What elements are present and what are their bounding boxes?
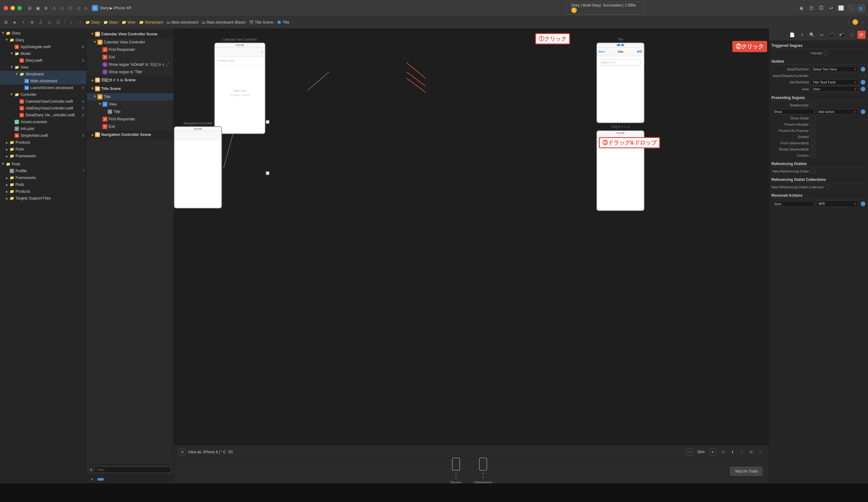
- tree-view-folder[interactable]: ▶ 📁 View: [0, 64, 86, 71]
- minimize-button[interactable]: [11, 6, 15, 10]
- tree-products2[interactable]: ▶ 📁 Products: [0, 188, 86, 195]
- scene-item-calvc[interactable]: ▶ ◉ Calendar View Controller: [87, 39, 174, 46]
- tree-podfile[interactable]: ▶ P Podfile ?: [0, 168, 86, 174]
- zoom-in-button[interactable]: +: [709, 449, 716, 456]
- save-action-disconnect[interactable]: ✕: [854, 202, 857, 206]
- scene-item-responder1[interactable]: ▶ ⚡ First Responder: [87, 46, 174, 53]
- insp-tab-file[interactable]: 📄: [788, 31, 796, 39]
- refresh-icon[interactable]: ↺: [720, 449, 726, 456]
- insp-tab-search[interactable]: 🔍: [808, 31, 816, 39]
- navigator-toggle-icon[interactable]: ☰: [808, 5, 815, 11]
- tree-calendarvc[interactable]: ▶ S CalendarViewController.swift A: [0, 98, 86, 105]
- grid-icon[interactable]: ⊞: [747, 449, 754, 456]
- view-as-button[interactable]: View as: iPhone 8 (⌃C ↑R): [188, 450, 233, 454]
- arrow-targets: ▶: [5, 196, 9, 200]
- back-icon[interactable]: ◁: [75, 5, 81, 11]
- tree-frameworks1[interactable]: ▶ 📁 Frameworks: [0, 153, 86, 159]
- hexagon-icon[interactable]: ⬡: [55, 19, 61, 26]
- tree-group-diary[interactable]: ▶ 📁 Diary: [0, 30, 86, 36]
- git-icon[interactable]: ◈: [11, 19, 18, 26]
- scene-item-segue1[interactable]: ▶ → Show segue 'toDetail' to '日記タイ...': [87, 61, 174, 68]
- scene-header-diary[interactable]: ▶ ⬜ 日記タイトル Scene: [87, 76, 174, 84]
- tree-diary-swift[interactable]: ▶ S Diary.swift A: [0, 57, 86, 64]
- download-icon[interactable]: ⬇: [729, 449, 736, 456]
- tree-model[interactable]: ▶ 📁 Model: [0, 50, 86, 57]
- back-forward-icon[interactable]: ⇌: [828, 5, 835, 11]
- tree-launch-storyboard[interactable]: ▶ SB LaunchScreen.storyboard R: [0, 84, 86, 91]
- arrow-products2: ▶: [5, 189, 9, 194]
- tree-infoplist[interactable]: ▶ P Info.plist: [0, 125, 86, 132]
- layout-2-icon[interactable]: ⬛: [848, 5, 854, 11]
- scene-item-titlevc[interactable]: ▶ ◉ Title: [87, 93, 174, 101]
- insp-tab-backforward[interactable]: ⇌: [818, 31, 826, 39]
- tree-pods-root[interactable]: ▶ 📁 Pods: [0, 161, 86, 168]
- show-navigators-icon[interactable]: ▣: [35, 5, 41, 11]
- commit-icon[interactable]: ◇: [46, 19, 53, 26]
- outlet-disconnect[interactable]: ✕: [854, 87, 857, 91]
- tree-detailvc[interactable]: ▶ S DetailDairy Vie...ontroller.swift A: [0, 112, 86, 118]
- tree-folder-diary[interactable]: ▶ 📁 Diary: [0, 36, 86, 43]
- breakpoint-icon[interactable]: ◇: [59, 5, 65, 11]
- vary-for-traits-button[interactable]: Vary for Traits: [730, 467, 763, 475]
- scene-item-view[interactable]: ▶ V View: [87, 101, 174, 108]
- tree-main-storyboard[interactable]: ▶ SB Main.storyboard —: [0, 77, 86, 84]
- inspector-toggle-icon[interactable]: ⓵: [818, 5, 825, 11]
- insp-tab-split[interactable]: ⬡: [848, 31, 856, 39]
- outlet-disconnect[interactable]: ✕: [854, 81, 857, 84]
- new-file-icon[interactable]: ⊞: [27, 5, 33, 11]
- scene-header-nav[interactable]: ▶ ⬜ Navigation Controller Scene: [87, 130, 174, 139]
- tree-addvc[interactable]: ▶ S AddDiaryViewController.swift R: [0, 105, 86, 112]
- outlet-disconnect[interactable]: ✕: [854, 67, 857, 71]
- tree-controller-folder[interactable]: ▶ 📁 Controller: [0, 91, 86, 98]
- canvas-content[interactable]: Calendar View Controller 9:41 AM + Proto…: [174, 29, 769, 445]
- scene-item-title-label[interactable]: ▶ T Title: [87, 108, 174, 115]
- scene-header-cal[interactable]: ▶ ⬜ Calendar View Controller Scene: [87, 30, 174, 39]
- tree-simplealert[interactable]: ▶ S SimpleAlert.swift A: [0, 132, 86, 139]
- close-button[interactable]: [4, 6, 8, 10]
- nav-forward-icon[interactable]: ›: [77, 19, 83, 26]
- tree-storyboard-folder[interactable]: ▶ 📁 Storyboard: [0, 71, 86, 77]
- scene-header-title[interactable]: ▶ ⬜ Title Scene: [87, 84, 174, 93]
- phone-icon[interactable]: □: [738, 449, 745, 456]
- bc-back-icon[interactable]: ‹: [845, 19, 851, 25]
- device-option[interactable]: ▲ ▼ Device: [450, 458, 462, 484]
- tree-frameworks2[interactable]: ▶ 📁 Frameworks: [0, 174, 86, 181]
- scene-item-segue2[interactable]: ▶ → Show segue to 'Title': [87, 68, 174, 76]
- layout-1-icon[interactable]: ⬜: [838, 5, 845, 11]
- sidebar-toggle-icon[interactable]: ⊞: [2, 19, 9, 26]
- bottom-info-icon[interactable]: ▼: [90, 477, 95, 482]
- insp-tab-phone[interactable]: 📱: [828, 31, 836, 39]
- filter-input[interactable]: [94, 467, 171, 473]
- bc-forward-icon[interactable]: ›: [859, 19, 866, 25]
- insp-tab-ipad[interactable]: 📲: [838, 31, 846, 39]
- fullscreen-button[interactable]: [17, 6, 22, 10]
- storyboard-canvas[interactable]: Calendar View Controller 9:41 AM + Proto…: [174, 29, 769, 445]
- tree-products1[interactable]: ▶ 📁 Products: [0, 139, 86, 146]
- view-as-icon[interactable]: ⊞: [179, 449, 186, 456]
- build-badge: Diary | Build Diary: Succeeded | 2.889s …: [566, 2, 644, 14]
- nav-back-icon[interactable]: ‹: [68, 19, 75, 26]
- find-icon[interactable]: ⊕: [43, 5, 49, 11]
- warning2-icon[interactable]: ⚠: [37, 19, 44, 26]
- orientation-option[interactable]: ▲ ▼ Orientation: [474, 458, 492, 484]
- search2-icon[interactable]: ⊕: [29, 19, 35, 26]
- tree-pods-sub[interactable]: ▶ 📁 Pods: [0, 181, 86, 188]
- tree-pods1[interactable]: ▶ 📁 Pods: [0, 146, 86, 153]
- more-icon[interactable]: ↕: [757, 449, 764, 456]
- scene-item-exit1[interactable]: ▶ ✕ Exit: [87, 53, 174, 61]
- account-icon[interactable]: ◉: [798, 5, 805, 11]
- layout-3-icon[interactable]: ▦: [857, 5, 864, 11]
- insp-tab-inspector[interactable]: ℹ: [798, 31, 806, 39]
- scene-item-exit2[interactable]: ▶ ✕ Exit: [87, 123, 174, 130]
- insp-tab-connections[interactable]: ⟳: [857, 31, 866, 39]
- scene-item-responder2[interactable]: ▶ ⚡ First Responder: [87, 115, 174, 123]
- tree-assets[interactable]: ▶ A Assets.xcassets: [0, 118, 86, 125]
- action-disconnect[interactable]: ✕: [854, 110, 857, 114]
- warning-icon[interactable]: ⚠: [51, 5, 57, 11]
- zoom-out-button[interactable]: −: [686, 449, 693, 456]
- tree-targets[interactable]: ▶ 📁 Targets Support Files: [0, 195, 86, 202]
- tree-appdelegate[interactable]: ▶ S AppDelegate.swift M: [0, 43, 86, 50]
- add-file-icon[interactable]: +: [20, 19, 27, 26]
- environment-icon[interactable]: ⬡: [67, 5, 73, 11]
- forward-icon[interactable]: ▷: [83, 5, 90, 11]
